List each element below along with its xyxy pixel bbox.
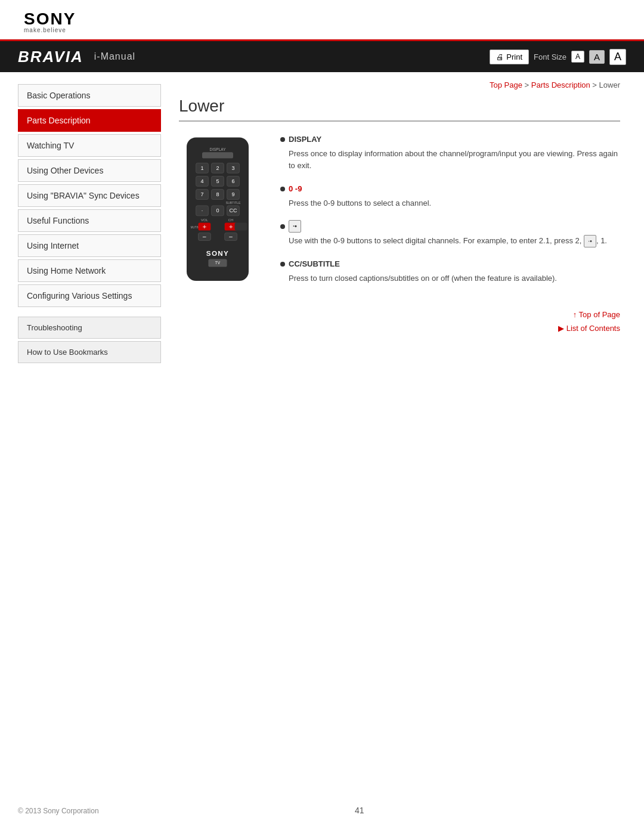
svg-text:SUBTITLE: SUBTITLE bbox=[226, 201, 241, 205]
nav-bar-right: 🖨 Print Font Size A A A bbox=[490, 49, 626, 65]
inline-icon-box: ·• bbox=[584, 235, 596, 248]
desc-title-display: DISPLAY bbox=[280, 134, 620, 145]
svg-text:5: 5 bbox=[216, 178, 219, 184]
font-size-label: Font Size bbox=[534, 52, 566, 61]
remote-image: DISPLAY 1 2 3 4 5 6 bbox=[179, 134, 262, 337]
svg-rect-35 bbox=[235, 223, 247, 231]
sidebar-item-using-home-network[interactable]: Using Home Network bbox=[18, 259, 161, 282]
desc-item-0-9: 0 -9 Press the 0-9 buttons to select a c… bbox=[280, 183, 620, 209]
sidebar-item-configuring-settings[interactable]: Configuring Various Settings bbox=[18, 284, 161, 307]
sidebar-item-basic-operations[interactable]: Basic Operations bbox=[18, 84, 161, 107]
print-icon: 🖨 bbox=[496, 52, 504, 61]
page-title: Lower bbox=[179, 97, 620, 122]
bullet-icon-4 bbox=[280, 262, 285, 267]
svg-text:SONY: SONY bbox=[206, 249, 229, 257]
display-label: DISPLAY bbox=[210, 147, 227, 151]
bullet-icon-2 bbox=[280, 187, 285, 191]
sony-logo: SONY make.believe bbox=[24, 11, 620, 33]
nav-bar-left: BRAVIA i-Manual bbox=[18, 48, 135, 66]
svg-text:6: 6 bbox=[231, 178, 234, 184]
svg-text:−: − bbox=[202, 233, 206, 240]
remote-control-svg: DISPLAY 1 2 3 4 5 6 bbox=[179, 134, 256, 289]
breadcrumb: Top Page > Parts Description > Lower bbox=[179, 80, 620, 89]
svg-text:+: + bbox=[202, 222, 206, 230]
svg-text:2: 2 bbox=[216, 165, 219, 171]
sidebar-item-using-bravia-sync[interactable]: Using "BRAVIA" Sync Devices bbox=[18, 184, 161, 207]
nav-bar: BRAVIA i-Manual 🖨 Print Font Size A A A bbox=[0, 41, 644, 72]
main-layout: Basic Operations Parts Description Watch… bbox=[0, 72, 644, 788]
sidebar-item-troubleshooting[interactable]: Troubleshooting bbox=[18, 317, 161, 339]
sidebar-item-useful-functions[interactable]: Useful Functions bbox=[18, 209, 161, 232]
svg-text:·: · bbox=[202, 208, 203, 213]
cc-subtitle-label: CC/SUBTITLE bbox=[289, 258, 340, 270]
content-area: Top Page > Parts Description > Lower Low… bbox=[167, 72, 644, 788]
copyright-text: © 2013 Sony Corporation bbox=[18, 807, 99, 815]
top-of-page-link[interactable]: ↑ Top of Page bbox=[280, 309, 620, 321]
bullet-icon bbox=[280, 137, 285, 142]
desc-item-display: DISPLAY Press once to display informatio… bbox=[280, 134, 620, 172]
breadcrumb-current: Lower bbox=[599, 80, 620, 89]
font-size-medium-button[interactable]: A bbox=[589, 50, 605, 64]
i-manual-label: i-Manual bbox=[94, 51, 135, 62]
sidebar-group-main: Basic Operations Parts Description Watch… bbox=[18, 84, 167, 307]
svg-text:CH: CH bbox=[228, 218, 233, 222]
font-size-large-button[interactable]: A bbox=[609, 49, 626, 65]
desc-title-cc: CC/SUBTITLE bbox=[280, 258, 620, 270]
sidebar-item-using-internet[interactable]: Using Internet bbox=[18, 234, 161, 257]
footer-links: ↑ Top of Page ▶ List of Contents bbox=[280, 309, 620, 335]
top-bar: SONY make.believe bbox=[0, 0, 644, 41]
page-footer: © 2013 Sony Corporation 41 bbox=[0, 794, 644, 827]
breadcrumb-parts-description[interactable]: Parts Description bbox=[531, 80, 590, 89]
icon-box-description: Use with the 0-9 buttons to select digit… bbox=[289, 235, 620, 248]
content-body: DISPLAY 1 2 3 4 5 6 bbox=[179, 134, 620, 337]
svg-text:9: 9 bbox=[231, 191, 234, 197]
bullet-icon-3 bbox=[280, 224, 285, 229]
make-believe-text: make.believe bbox=[24, 27, 620, 33]
svg-text:1: 1 bbox=[200, 165, 203, 171]
dot-button-icon: ·• bbox=[289, 220, 301, 233]
display-label-text: DISPLAY bbox=[289, 134, 321, 145]
descriptions: DISPLAY Press once to display informatio… bbox=[280, 134, 620, 337]
svg-text:3: 3 bbox=[231, 165, 234, 171]
sidebar-item-parts-description[interactable]: Parts Description bbox=[18, 109, 161, 132]
font-size-small-button[interactable]: A bbox=[571, 51, 584, 63]
desc-item-icon-box: ·• Use with the 0-9 buttons to select di… bbox=[280, 220, 620, 247]
sidebar-item-watching-tv[interactable]: Watching TV bbox=[18, 134, 161, 157]
svg-text:7: 7 bbox=[200, 191, 203, 197]
svg-rect-1 bbox=[202, 152, 233, 158]
desc-title-0-9: 0 -9 bbox=[280, 183, 620, 195]
bravia-logo: BRAVIA bbox=[18, 48, 83, 66]
svg-text:0: 0 bbox=[216, 208, 219, 213]
desc-item-cc-subtitle: CC/SUBTITLE Press to turn closed caption… bbox=[280, 258, 620, 284]
svg-text:8: 8 bbox=[216, 191, 219, 197]
sidebar-item-using-other-devices[interactable]: Using Other Devices bbox=[18, 159, 161, 182]
list-of-contents-link[interactable]: ▶ List of Contents bbox=[280, 323, 620, 335]
0-9-description: Press the 0-9 buttons to select a channe… bbox=[289, 197, 620, 210]
svg-text:TV: TV bbox=[215, 261, 221, 265]
svg-text:VOL: VOL bbox=[201, 218, 208, 222]
desc-title-icon-box: ·• bbox=[280, 220, 620, 233]
sony-text: SONY bbox=[24, 11, 620, 27]
svg-text:+: + bbox=[229, 222, 233, 230]
cc-subtitle-description: Press to turn closed captions/subtitles … bbox=[289, 272, 620, 285]
display-description: Press once to display information about … bbox=[289, 148, 620, 173]
page-number: 41 bbox=[99, 806, 620, 815]
svg-text:−: − bbox=[229, 233, 233, 240]
sidebar-group-secondary: Troubleshooting How to Use Bookmarks bbox=[18, 317, 167, 363]
sidebar-item-bookmarks[interactable]: How to Use Bookmarks bbox=[18, 341, 161, 363]
svg-text:4: 4 bbox=[200, 178, 203, 184]
svg-text:CC: CC bbox=[229, 208, 237, 213]
link-0-9[interactable]: 0 -9 bbox=[289, 183, 302, 195]
sidebar: Basic Operations Parts Description Watch… bbox=[0, 72, 167, 788]
breadcrumb-top-page[interactable]: Top Page bbox=[490, 80, 522, 89]
print-button[interactable]: 🖨 Print bbox=[490, 49, 529, 64]
